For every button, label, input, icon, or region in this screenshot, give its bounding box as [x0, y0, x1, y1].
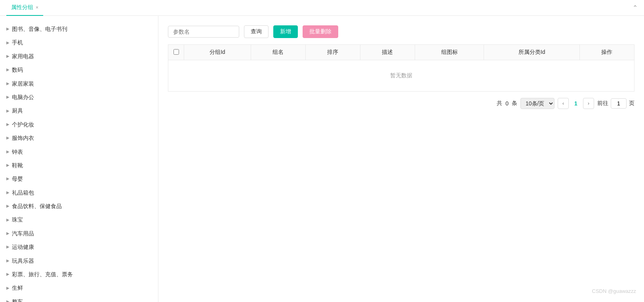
- sidebar-item[interactable]: ▶运动健康: [0, 240, 158, 254]
- arrow-icon: ▶: [6, 40, 10, 46]
- arrow-icon: ▶: [6, 230, 10, 237]
- arrow-icon: ▶: [6, 285, 10, 291]
- sidebar-item[interactable]: ▶家居家装: [0, 77, 158, 90]
- header-operation: 操作: [579, 45, 634, 60]
- header-category-id: 所属分类Id: [484, 45, 580, 60]
- toolbar: 查询 新增 批量删除: [168, 25, 634, 38]
- header-checkbox-col: [168, 45, 184, 60]
- arrow-icon: ▶: [6, 135, 10, 141]
- sidebar-item[interactable]: ▶汽车用品: [0, 227, 158, 240]
- arrow-icon: ▶: [6, 26, 10, 32]
- data-table: 分组Id 组名 排序 描述 组图标 所属分类Id 操作 暂无数据: [168, 44, 634, 92]
- sidebar-item-label: 母婴: [12, 174, 23, 183]
- sidebar-item[interactable]: ▶珠宝: [0, 213, 158, 226]
- tab-close-icon[interactable]: ×: [36, 5, 38, 10]
- query-button[interactable]: 查询: [244, 25, 269, 38]
- sidebar-item[interactable]: ▶手机: [0, 36, 158, 49]
- select-all-checkbox[interactable]: [173, 49, 179, 55]
- sidebar-item[interactable]: ▶图书、音像、电子书刊: [0, 22, 158, 36]
- arrow-icon: ▶: [6, 121, 10, 128]
- sidebar-item-label: 珠宝: [12, 215, 23, 224]
- arrow-icon: ▶: [6, 189, 10, 196]
- sidebar-item-label: 家用电器: [12, 52, 34, 61]
- sidebar-item[interactable]: ▶礼品箱包: [0, 186, 158, 199]
- arrow-icon: ▶: [6, 203, 10, 209]
- arrow-icon: ▶: [6, 67, 10, 73]
- watermark: CSDN @guawazzz: [592, 288, 636, 294]
- sidebar-item-label: 电脑办公: [12, 93, 34, 101]
- prev-page-button[interactable]: ‹: [558, 98, 569, 109]
- sidebar-item[interactable]: ▶钟表: [0, 145, 158, 159]
- sidebar-item-label: 汽车用品: [12, 229, 34, 238]
- arrow-icon: ▶: [6, 94, 10, 100]
- sidebar-item[interactable]: ▶食品饮料、保健食品: [0, 199, 158, 213]
- collapse-icon[interactable]: ⌃: [633, 4, 638, 11]
- header-group-name: 组名: [251, 45, 305, 60]
- total-prefix: 共: [497, 100, 502, 107]
- sidebar-item-label: 彩票、旅行、充值、票务: [12, 270, 73, 279]
- header-group-id: 分组Id: [184, 45, 251, 60]
- sidebar-item[interactable]: ▶电脑办公: [0, 90, 158, 104]
- arrow-icon: ▶: [6, 217, 10, 223]
- sidebar-item-label: 整车: [12, 297, 23, 302]
- goto-suffix: 页: [629, 100, 634, 107]
- sidebar-item[interactable]: ▶家用电器: [0, 50, 158, 63]
- empty-row: 暂无数据: [168, 60, 634, 92]
- table-header-row: 分组Id 组名 排序 描述 组图标 所属分类Id 操作: [168, 45, 634, 60]
- add-button[interactable]: 新增: [273, 25, 298, 38]
- arrow-icon: ▶: [6, 176, 10, 182]
- sidebar-item-label: 钟表: [12, 147, 23, 156]
- category-sidebar: ▶图书、音像、电子书刊▶手机▶家用电器▶数码▶家居家装▶电脑办公▶厨具▶个护化妆…: [0, 16, 158, 302]
- sidebar-item[interactable]: ▶生鲜: [0, 281, 158, 294]
- sidebar-item[interactable]: ▶个护化妆: [0, 118, 158, 131]
- sidebar-item-label: 家居家装: [12, 79, 34, 88]
- arrow-icon: ▶: [6, 258, 10, 264]
- sidebar-item-label: 运动健康: [12, 243, 34, 251]
- sidebar-item-label: 图书、音像、电子书刊: [12, 25, 67, 33]
- sidebar-item-label: 鞋靴: [12, 161, 23, 170]
- sidebar-item-label: 礼品箱包: [12, 188, 34, 197]
- main-layout: ▶图书、音像、电子书刊▶手机▶家用电器▶数码▶家居家装▶电脑办公▶厨具▶个护化妆…: [0, 16, 644, 302]
- tab-property-group[interactable]: 属性分组 ×: [6, 0, 43, 16]
- sidebar-item-label: 数码: [12, 65, 23, 74]
- arrow-icon: ▶: [6, 162, 10, 168]
- current-page: 1: [572, 100, 580, 107]
- page-goto: 前往 页: [597, 98, 634, 109]
- arrow-icon: ▶: [6, 80, 10, 87]
- arrow-icon: ▶: [6, 298, 10, 302]
- sidebar-item[interactable]: ▶厨具: [0, 104, 158, 117]
- total-suffix: 条: [512, 100, 517, 107]
- sidebar-item[interactable]: ▶服饰内衣: [0, 131, 158, 145]
- arrow-icon: ▶: [6, 271, 10, 277]
- goto-prefix: 前往: [597, 100, 608, 107]
- arrow-icon: ▶: [6, 53, 10, 59]
- tab-label: 属性分组: [11, 4, 33, 11]
- sidebar-item-label: 手机: [12, 38, 23, 47]
- sidebar-item-label: 厨具: [12, 106, 23, 115]
- sidebar-item-label: 个护化妆: [12, 120, 34, 129]
- header-description: 描述: [360, 45, 415, 60]
- sidebar-item[interactable]: ▶数码: [0, 63, 158, 76]
- total-count: 0: [505, 100, 509, 107]
- sidebar-item[interactable]: ▶玩具乐器: [0, 254, 158, 268]
- sidebar-item-label: 玩具乐器: [12, 256, 34, 265]
- main-content: 查询 新增 批量删除 分组Id 组名 排序 描述 组图标 所属分类Id 操作: [158, 16, 644, 302]
- sidebar-item-label: 食品饮料、保健食品: [12, 202, 62, 210]
- arrow-icon: ▶: [6, 108, 10, 114]
- next-page-button[interactable]: ›: [583, 98, 594, 109]
- sidebar-item-label: 服饰内衣: [12, 134, 34, 142]
- empty-text: 暂无数据: [168, 60, 634, 92]
- sidebar-item[interactable]: ▶彩票、旅行、充值、票务: [0, 268, 158, 281]
- top-bar: 属性分组 × ⌃: [0, 0, 644, 16]
- sidebar-item[interactable]: ▶鞋靴: [0, 159, 158, 172]
- goto-input[interactable]: [611, 98, 627, 109]
- sidebar-item[interactable]: ▶母婴: [0, 172, 158, 185]
- header-group-icon: 组图标: [415, 45, 484, 60]
- arrow-icon: ▶: [6, 244, 10, 250]
- sidebar-item-label: 生鲜: [12, 283, 23, 292]
- header-sort: 排序: [305, 45, 360, 60]
- search-input[interactable]: [168, 26, 239, 38]
- page-size-select[interactable]: 10条/页20条/页50条/页: [520, 98, 554, 109]
- sidebar-item[interactable]: ▶整车: [0, 295, 158, 302]
- batch-delete-button[interactable]: 批量删除: [303, 25, 338, 38]
